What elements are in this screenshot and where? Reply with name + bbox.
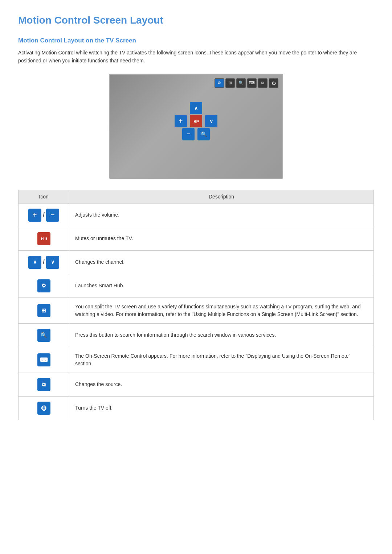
- tv-search-icon: 🔍: [236, 78, 246, 88]
- table-row: ∧ / ∨ Changes the channel.: [19, 250, 374, 274]
- ch-up-icon: ∧: [28, 256, 41, 269]
- vol-minus-icon: −: [46, 209, 59, 222]
- description-source: Changes the source.: [69, 373, 374, 396]
- icon-cell-remote: ⌨: [19, 347, 69, 373]
- tv-source-icon: ⧉: [258, 78, 268, 88]
- source-icon: ⧉: [37, 378, 50, 391]
- tv-vol-minus: −: [182, 128, 195, 140]
- vol-plus-icon: +: [28, 209, 41, 222]
- table-row: ⊞ You can split the TV screen and use a …: [19, 297, 374, 323]
- tv-frame: ⚙ ⊞ 🔍 ⌨ ⧉ ⏻ ∧ + ⏯▮ ∨ − 🔍: [109, 74, 283, 179]
- intro-text: Activating Motion Control while watching…: [18, 49, 374, 65]
- tv-multilink-icon: ⊞: [225, 78, 235, 88]
- smarthub-icon: ⛭: [37, 279, 50, 292]
- table-row: ⧉ Changes the source.: [19, 373, 374, 396]
- description-search: Press this button to search for informat…: [69, 323, 374, 347]
- description-smarthub: Launches Smart Hub.: [69, 274, 374, 297]
- onscreen-remote-icon: ⌨: [37, 353, 50, 366]
- icon-cell-vol: + / −: [19, 203, 69, 227]
- table-header-description: Description: [69, 190, 374, 203]
- tv-mute: ⏯▮: [190, 115, 202, 127]
- tv-diagram: ⚙ ⊞ 🔍 ⌨ ⧉ ⏻ ∧ + ⏯▮ ∨ − 🔍: [18, 74, 374, 179]
- icon-cell-multilink: ⊞: [19, 297, 69, 323]
- icon-cell-power: ⏻: [19, 396, 69, 420]
- description-mute: Mutes or unmutes the TV.: [69, 227, 374, 250]
- search-icon: 🔍: [37, 329, 50, 342]
- tv-ch-down: ∨: [205, 115, 217, 127]
- icon-cell-smarthub: ⛭: [19, 274, 69, 297]
- section-title: Motion Control Layout on the TV Screen: [18, 37, 374, 44]
- tv-vol-plus: +: [175, 115, 187, 127]
- tv-power-icon: ⏻: [269, 78, 278, 88]
- tv-search: 🔍: [197, 128, 210, 140]
- description-vol: Adjusts the volume.: [69, 203, 374, 227]
- tv-remote-icon: ⌨: [247, 78, 257, 88]
- icon-cell-source: ⧉: [19, 373, 69, 396]
- table-header-icon: Icon: [19, 190, 69, 203]
- description-remote: The On-Screen Remote Control appears. Fo…: [69, 347, 374, 373]
- description-power: Turns the TV off.: [69, 396, 374, 420]
- table-row: ⛭ Launches Smart Hub.: [19, 274, 374, 297]
- mute-icon: ⏯▮: [37, 232, 50, 245]
- ch-down-icon: ∨: [46, 256, 59, 269]
- page-title: Motion Control Screen Layout: [18, 15, 374, 26]
- tv-ch-up: ∧: [190, 102, 202, 114]
- table-row: ⏯▮ Mutes or unmutes the TV.: [19, 227, 374, 250]
- icon-table: Icon Description + / − Adjusts the volum…: [18, 190, 374, 420]
- icon-cell-mute: ⏯▮: [19, 227, 69, 250]
- table-row: ⌨ The On-Screen Remote Control appears. …: [19, 347, 374, 373]
- icon-cell-ch: ∧ / ∨: [19, 250, 69, 274]
- tv-smarthub-icon: ⚙: [215, 78, 224, 88]
- description-multilink: You can split the TV screen and use a va…: [69, 297, 374, 323]
- power-icon: ⏻: [37, 402, 50, 415]
- table-row: + / − Adjusts the volume.: [19, 203, 374, 227]
- table-row: 🔍 Press this button to search for inform…: [19, 323, 374, 347]
- multilink-icon: ⊞: [37, 304, 50, 317]
- description-ch: Changes the channel.: [69, 250, 374, 274]
- tv-icons-bar: ⚙ ⊞ 🔍 ⌨ ⧉ ⏻: [215, 78, 278, 88]
- tv-screen: ⚙ ⊞ 🔍 ⌨ ⧉ ⏻ ∧ + ⏯▮ ∨ − 🔍: [110, 75, 282, 178]
- table-row: ⏻ Turns the TV off.: [19, 396, 374, 420]
- icon-cell-search: 🔍: [19, 323, 69, 347]
- tv-center-controls: ∧ + ⏯▮ ∨ − 🔍: [175, 102, 217, 140]
